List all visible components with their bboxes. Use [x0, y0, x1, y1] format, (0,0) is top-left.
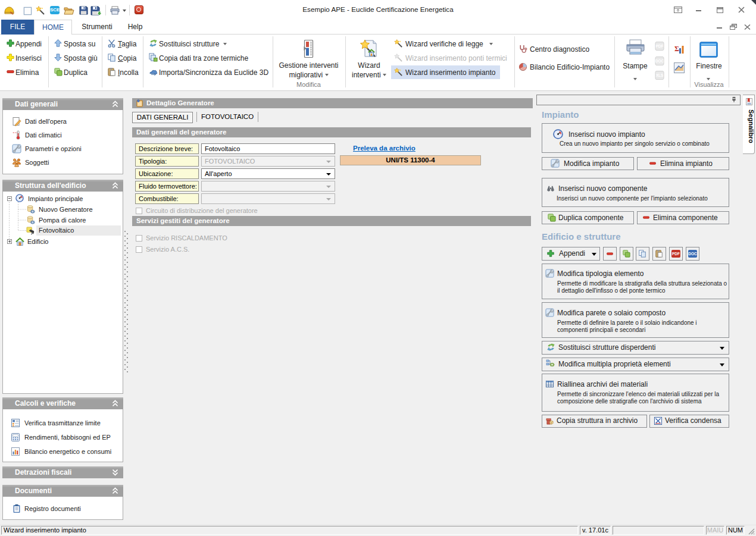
svg-text:DOC: DOC	[655, 59, 664, 63]
svg-text:XLS: XLS	[656, 73, 664, 77]
svg-text:PDF: PDF	[656, 44, 664, 48]
svg-text:Σ: Σ	[674, 45, 679, 53]
